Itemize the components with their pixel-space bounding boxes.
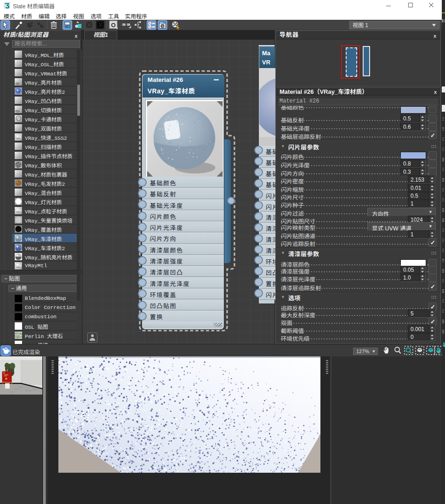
svg-text:O: O	[111, 22, 115, 29]
